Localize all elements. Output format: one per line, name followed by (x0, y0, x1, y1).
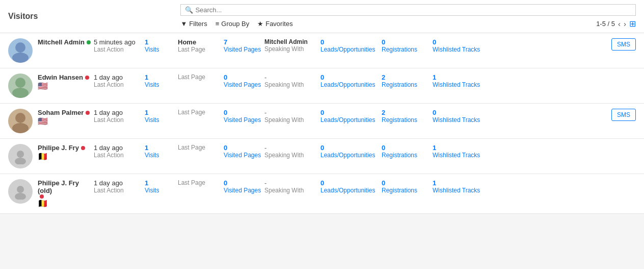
sms-button[interactable]: SMS (611, 38, 636, 51)
sms-button[interactable]: SMS (611, 109, 636, 121)
wish-num: 1 (433, 74, 484, 81)
groupby-button[interactable]: ≡ Group By (216, 20, 250, 28)
reg-col: 2 Registrations (382, 109, 433, 124)
svg-point-7 (15, 158, 26, 164)
speaking-col: - Speaking With (264, 179, 320, 194)
last-action-label: Last Action (94, 81, 145, 88)
time-col: 1 day ago Last Action (94, 109, 145, 124)
leads-label: Leads/Opportunities (320, 81, 382, 88)
flag: 🇺🇸 (38, 116, 94, 126)
time-ago: 1 day ago (94, 109, 145, 116)
last-page-label: Last Page (178, 46, 224, 53)
leads-label: Leads/Opportunities (320, 116, 382, 124)
leads-label: Leads/Opportunities (320, 46, 382, 53)
last-page-label: Last Page (178, 179, 224, 186)
status-dot (85, 76, 89, 80)
table-row: Mitchell Admin 5 minutes ago Last Action… (0, 33, 644, 68)
last-page-label: Last Page (178, 109, 224, 116)
reg-col: 0 Registrations (382, 38, 433, 53)
flag: 🇧🇪 (38, 199, 94, 208)
filter-icon: ▼ (180, 20, 187, 28)
groupby-label: Group By (221, 20, 249, 28)
visitor-name: Mitchell Admin (38, 38, 85, 46)
favorites-label: Favorites (265, 20, 292, 28)
wish-label: Wishlisted Tracks (433, 46, 484, 53)
svg-point-6 (17, 151, 24, 158)
speaking-name: - (264, 109, 320, 116)
leads-col: 0 Leads/Opportunities (320, 109, 382, 124)
favorites-button[interactable]: ★ Favorites (257, 20, 292, 28)
sms-col: SMS (611, 38, 636, 51)
time-col: 5 minutes ago Last Action (94, 38, 145, 53)
speaking-name: - (264, 74, 320, 81)
svg-point-0 (15, 42, 25, 53)
time-col: 1 day ago Last Action (94, 74, 145, 88)
visits-col: 1 Visits (145, 179, 178, 194)
last-page-value: Home (178, 38, 224, 46)
filters-button[interactable]: ▼ Filters (180, 20, 207, 28)
avatar-placeholder (8, 144, 33, 168)
speaking-label: Speaking With (264, 187, 320, 194)
time-ago: 1 day ago (94, 144, 145, 152)
lastpage-col: Last Page (178, 74, 224, 81)
wish-col: 0 Wishlisted Tracks (433, 109, 484, 124)
visits-num: 1 (145, 144, 178, 152)
time-ago: 1 day ago (94, 179, 145, 187)
speaking-col: Mitchell Admin Speaking With (264, 38, 320, 53)
search-input[interactable] (195, 6, 631, 14)
status-dot (40, 194, 44, 199)
visited-num: 0 (224, 109, 264, 116)
visits-label: Visits (145, 46, 178, 53)
page-title: Visitors (8, 12, 38, 21)
svg-point-3 (12, 88, 29, 98)
leads-num: 0 (320, 179, 382, 187)
visits-num: 1 (145, 74, 178, 81)
leads-num: 0 (320, 109, 382, 116)
svg-point-1 (12, 53, 29, 63)
avatar (8, 74, 33, 98)
visits-col: 1 Visits (145, 74, 178, 88)
time-ago: 1 day ago (94, 74, 145, 81)
visited-col: 0 Visited Pages (224, 179, 264, 194)
visited-col: 0 Visited Pages (224, 144, 264, 159)
visited-label: Visited Pages (224, 46, 264, 53)
visited-col: 0 Visited Pages (224, 74, 264, 88)
leads-num: 0 (320, 38, 382, 46)
pagination-text: 1-5 / 5 (596, 20, 615, 28)
visited-num: 0 (224, 74, 264, 81)
visits-col: 1 Visits (145, 38, 178, 53)
flag: 🇧🇪 (38, 152, 94, 161)
svg-point-2 (15, 78, 25, 88)
reg-label: Registrations (382, 46, 433, 53)
visited-col: 0 Visited Pages (224, 109, 264, 124)
visited-label: Visited Pages (224, 152, 264, 159)
wish-label: Wishlisted Tracks (433, 116, 484, 124)
sms-col: SMS (611, 109, 636, 121)
speaking-label: Speaking With (264, 116, 320, 124)
prev-page-button[interactable]: ‹ (618, 19, 621, 28)
next-page-button[interactable]: › (624, 19, 626, 28)
wish-col: 1 Wishlisted Tracks (433, 74, 484, 88)
leads-label: Leads/Opportunities (320, 152, 382, 159)
visitor-name: Soham Palmer (38, 109, 84, 116)
speaking-col: - Speaking With (264, 144, 320, 159)
visitor-name-col: Philipe J. Fry (old) 🇧🇪 (38, 179, 94, 208)
lastpage-col: Home Last Page (178, 38, 224, 53)
time-ago: 5 minutes ago (94, 38, 145, 46)
visitors-list: Mitchell Admin 5 minutes ago Last Action… (0, 33, 644, 214)
visited-num: 7 (224, 38, 264, 46)
last-action-label: Last Action (94, 187, 145, 194)
lastpage-col: Last Page (178, 109, 224, 116)
speaking-col: - Speaking With (264, 109, 320, 124)
grid-view-button[interactable]: ⊞ (629, 19, 636, 29)
wish-num: 0 (433, 109, 484, 116)
visitor-name: Philipe J. Fry (old) (38, 179, 94, 194)
last-action-label: Last Action (94, 152, 145, 159)
reg-num: 0 (382, 144, 433, 152)
leads-col: 0 Leads/Opportunities (320, 38, 382, 53)
wish-num: 1 (433, 179, 484, 187)
filters-label: Filters (189, 20, 207, 28)
reg-label: Registrations (382, 152, 433, 159)
lastpage-col: Last Page (178, 179, 224, 186)
visitor-name: Philipe J. Fry (38, 144, 79, 152)
